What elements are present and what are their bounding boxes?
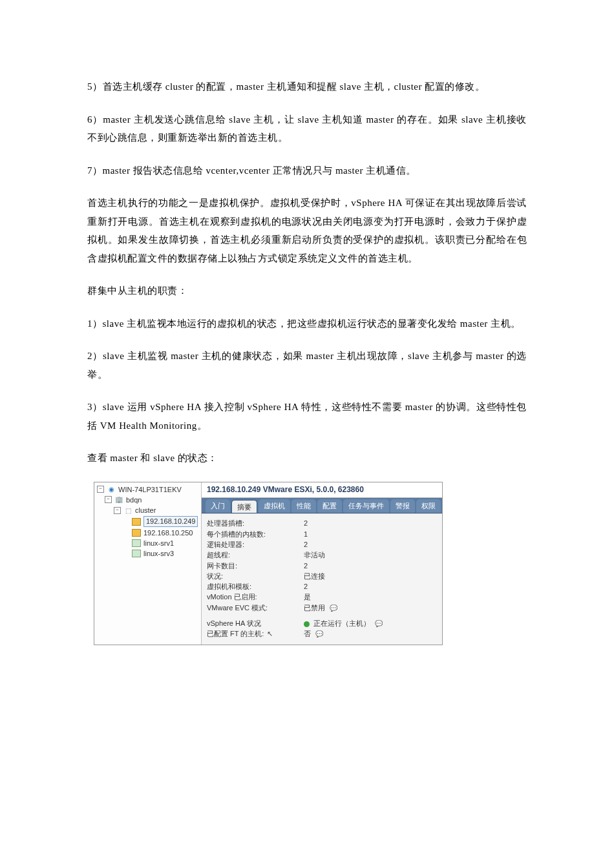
datacenter-icon: 🏢 bbox=[114, 496, 123, 504]
tree-label: bdqn bbox=[126, 495, 142, 504]
tab-permissions[interactable]: 权限 bbox=[416, 499, 441, 513]
detail-row: 虚拟机和模板: 2 bbox=[207, 581, 437, 592]
detail-label: VMware EVC 模式: bbox=[207, 603, 304, 612]
collapse-icon[interactable]: − bbox=[105, 496, 112, 503]
detail-row: 状况: 已连接 bbox=[207, 571, 437, 581]
tab-tasks-events[interactable]: 任务与事件 bbox=[343, 499, 389, 513]
tree-vm[interactable]: linux-srv3 bbox=[97, 548, 198, 559]
tree-cluster[interactable]: − ⬚ cluster bbox=[97, 505, 198, 515]
tab-getting-started[interactable]: 入门 bbox=[206, 499, 230, 513]
inventory-tree: − ◉ WIN-74LP31T1EKV − 🏢 bdqn − ⬚ cluster… bbox=[94, 482, 202, 645]
host-icon bbox=[132, 529, 141, 537]
detail-row: 处理器插槽: 2 bbox=[207, 518, 437, 528]
detail-row: 逻辑处理器: 2 bbox=[207, 539, 437, 550]
tab-performance[interactable]: 性能 bbox=[291, 499, 316, 513]
info-balloon-icon[interactable]: 💬 bbox=[315, 630, 323, 638]
collapse-icon[interactable]: − bbox=[97, 486, 104, 493]
detail-row: 超线程: 非活动 bbox=[207, 550, 437, 560]
detail-value: 是 bbox=[304, 592, 437, 601]
detail-label: 逻辑处理器: bbox=[207, 540, 304, 549]
info-balloon-icon[interactable]: 💬 bbox=[330, 604, 337, 612]
detail-value: 2 bbox=[304, 519, 437, 528]
tab-summary[interactable]: 摘要 bbox=[231, 500, 257, 513]
host-icon bbox=[132, 518, 141, 526]
paragraph-10: 1）slave 主机监视本地运行的虚拟机的状态，把这些虚拟机运行状态的显著变化发… bbox=[87, 315, 527, 333]
detail-label: 状况: bbox=[207, 572, 304, 581]
paragraph-12: 3）slave 运用 vSphere HA 接入控制 vSphere HA 特性… bbox=[87, 398, 527, 435]
detail-value-text: 已禁用 bbox=[304, 604, 325, 612]
vsphere-client-screenshot: − ◉ WIN-74LP31T1EKV − 🏢 bdqn − ⬚ cluster… bbox=[94, 482, 443, 645]
tree-label: 192.168.10.249 bbox=[143, 516, 198, 526]
tab-strip: 入门 摘要 虚拟机 性能 配置 任务与事件 警报 权限 bbox=[202, 498, 442, 513]
ft-value: 否 💬 bbox=[304, 629, 437, 638]
detail-value: 2 bbox=[304, 540, 437, 549]
tree-host-selected[interactable]: 192.168.10.249 bbox=[97, 515, 198, 527]
info-balloon-icon[interactable]: 💬 bbox=[375, 619, 383, 628]
tree-host[interactable]: 192.168.10.250 bbox=[97, 528, 198, 538]
tab-vms[interactable]: 虚拟机 bbox=[259, 499, 290, 513]
detail-label: 超线程: bbox=[207, 550, 304, 559]
ft-label-text: 已配置 FT 的主机: bbox=[207, 630, 264, 637]
ft-row: 已配置 FT 的主机: ↖ 否 💬 bbox=[207, 628, 437, 639]
cursor-icon: ↖ bbox=[267, 629, 273, 638]
detail-value: 已禁用 💬 bbox=[304, 603, 437, 612]
paragraph-7: 7）master 报告状态信息给 vcenter,vcenter 正常情况只与 … bbox=[87, 161, 527, 180]
detail-value: 1 bbox=[304, 530, 437, 539]
ha-status-row: vSphere HA 状况 正在运行（主机） 💬 bbox=[207, 618, 437, 628]
tree-label: WIN-74LP31T1EKV bbox=[118, 485, 182, 494]
detail-label: 网卡数目: bbox=[207, 561, 304, 570]
detail-label: 每个插槽的内核数: bbox=[207, 530, 304, 539]
tree-label: 192.168.10.250 bbox=[143, 528, 193, 537]
detail-label: 虚拟机和模板: bbox=[207, 582, 304, 591]
paragraph-13: 查看 master 和 slave 的状态： bbox=[87, 449, 527, 468]
paragraph-6: 6）master 主机发送心跳信息给 slave 主机，让 slave 主机知道… bbox=[87, 110, 527, 147]
detail-pane: 192.168.10.249 VMware ESXi, 5.0.0, 62386… bbox=[202, 482, 442, 645]
ha-value: 正在运行（主机） 💬 bbox=[304, 619, 437, 628]
detail-value: 已连接 bbox=[304, 572, 437, 581]
tree-vm[interactable]: linux-srv1 bbox=[97, 538, 198, 548]
cluster-icon: ⬚ bbox=[123, 506, 132, 514]
tab-alarms[interactable]: 警报 bbox=[390, 499, 415, 513]
detail-row: 每个插槽的内核数: 1 bbox=[207, 529, 437, 539]
detail-value: 非活动 bbox=[304, 550, 437, 559]
vcenter-icon: ◉ bbox=[107, 486, 116, 493]
detail-row: vMotion 已启用: 是 bbox=[207, 592, 437, 602]
collapse-icon[interactable]: − bbox=[114, 507, 121, 514]
ha-value-text: 正在运行（主机） bbox=[313, 619, 370, 627]
ha-label: vSphere HA 状况 bbox=[207, 619, 304, 628]
detail-row: VMware EVC 模式: 已禁用 💬 bbox=[207, 603, 437, 613]
summary-details: 处理器插槽: 2 每个插槽的内核数: 1 逻辑处理器: 2 超线程: 非活动 网… bbox=[202, 513, 442, 644]
vm-icon bbox=[132, 550, 141, 557]
paragraph-11: 2）slave 主机监视 master 主机的健康状态，如果 master 主机… bbox=[87, 347, 527, 384]
paragraph-5: 5）首选主机缓存 cluster 的配置，master 主机通知和提醒 slav… bbox=[87, 78, 527, 96]
tree-root[interactable]: − ◉ WIN-74LP31T1EKV bbox=[97, 484, 198, 495]
detail-row: 网卡数目: 2 bbox=[207, 561, 437, 571]
detail-value: 2 bbox=[304, 561, 437, 570]
detail-label: vMotion 已启用: bbox=[207, 592, 304, 601]
status-running-icon bbox=[304, 621, 310, 627]
paragraph-9: 群集中从主机的职责： bbox=[87, 282, 527, 300]
ft-label: 已配置 FT 的主机: ↖ bbox=[207, 629, 304, 638]
vm-icon bbox=[132, 539, 141, 547]
tree-label: linux-srv3 bbox=[143, 549, 174, 558]
ft-value-text: 否 bbox=[304, 630, 311, 637]
host-title: 192.168.10.249 VMware ESXi, 5.0.0, 62386… bbox=[202, 482, 442, 499]
tree-datacenter[interactable]: − 🏢 bdqn bbox=[97, 495, 198, 505]
paragraph-8: 首选主机执行的功能之一是虚拟机保护。虚拟机受保护时，vSphere HA 可保证… bbox=[87, 194, 527, 267]
detail-value: 2 bbox=[304, 582, 437, 591]
tree-label: linux-srv1 bbox=[143, 539, 174, 548]
detail-label: 处理器插槽: bbox=[207, 519, 304, 528]
tree-label: cluster bbox=[135, 506, 156, 515]
tab-config[interactable]: 配置 bbox=[317, 499, 342, 513]
